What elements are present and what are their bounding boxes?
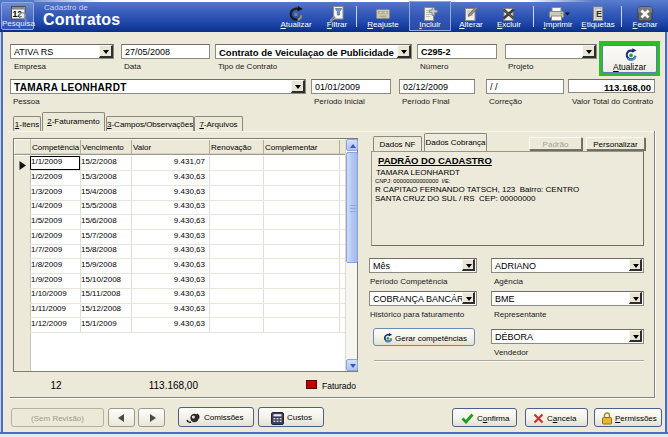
svg-text:E: E <box>596 9 602 19</box>
